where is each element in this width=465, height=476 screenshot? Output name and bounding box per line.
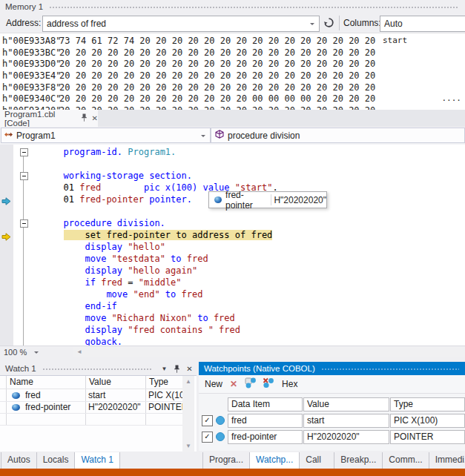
code-line[interactable]: goback. [26,336,122,346]
close-icon[interactable]: ✕ [92,114,98,122]
memory-hex-dump[interactable]: h"00E933A8"73 74 61 72 74 20 20 20 20 20… [0,33,465,110]
tab-breakp[interactable]: Breakp... [334,452,383,469]
members-dropdown[interactable]: procedure division [211,128,465,143]
code-line[interactable]: procedure division. [26,217,165,229]
watchpoint-name[interactable]: fred [228,414,303,428]
watchpoint-name[interactable]: fred-pointer [228,430,303,444]
datatip-popup[interactable]: fred-pointer H"20202020" [208,191,327,208]
memory-title-bar[interactable]: Memory 1 [0,0,465,13]
watchpoint-checkbox[interactable]: ✓ [202,415,213,426]
scroll-left-icon[interactable]: ◄ [76,348,82,355]
pin-icon[interactable] [171,363,182,374]
watch-table-header[interactable]: Name Value Type [0,376,182,389]
close-icon[interactable]: ✕ [184,363,195,374]
tab-comm[interactable]: Comm... [383,452,429,469]
tab-progra[interactable]: Progra... [202,452,250,469]
current-statement-arrow[interactable] [1,231,11,244]
watch-row[interactable]: fredstartPIC X(100) [0,389,182,402]
editor-zoom-bar: 100 % ◄ [0,346,465,358]
column-header-type[interactable]: Type [149,377,168,387]
document-tab[interactable]: Program1.cbl [Code] ✕ [0,110,98,127]
debug-status-bar [0,469,465,476]
disable-all-watchpoints-icon[interactable] [263,377,274,391]
watch-name: fred-pointer [25,402,83,412]
refresh-icon[interactable] [323,17,334,30]
memory-row[interactable]: h"00E9340C"20 20 20 20 20 20 20 20 20 20… [0,93,465,105]
hex-toggle-button[interactable]: Hex [282,379,297,389]
code-line[interactable]: move "testdata" to fred [26,253,208,265]
zoom-level-dropdown[interactable]: 100 % [4,348,27,357]
watch-type: PIC X(100) [148,390,182,400]
datatip-value: H"20202020" [274,195,326,205]
watchpoint-type[interactable]: PIC X(100) [390,414,465,428]
code-line[interactable]: end-if [26,300,117,312]
column-header-name[interactable]: Name [10,377,33,387]
watch-title-bar[interactable]: Watch 1 ▼ ✕ [0,362,197,375]
address-combobox[interactable]: address of fred [42,16,320,32]
memory-hex-bytes: 73 74 61 72 74 20 20 20 20 20 20 20 20 2… [59,36,375,46]
watchpoint-checkbox[interactable]: ✓ [202,432,213,443]
column-header-value[interactable]: Value [89,377,111,387]
new-watchpoint-button[interactable]: New [205,379,222,389]
watchpoints-title-bar[interactable]: Watchpoints (Native COBOL) [199,362,465,375]
code-line[interactable]: set fred-pointer to address of fred [26,229,272,241]
code-line[interactable]: if fred = "middle" [26,277,182,288]
memory-row[interactable]: h"00E933F8"20 20 20 20 20 20 20 20 20 20… [0,82,465,93]
column-header-type[interactable]: Type [390,397,465,411]
watch-scrollbar[interactable]: ▲ ▼ [182,376,194,452]
memory-row[interactable]: h"00E933A8"73 74 61 72 74 20 20 20 20 20… [0,35,465,47]
scroll-down-icon[interactable]: ▼ [185,443,191,449]
code-line[interactable]: display "hello" [26,241,165,253]
code-line[interactable]: move "Richard Nixon" to fred [26,312,235,324]
datatip-divider [271,194,271,205]
window-menu-icon[interactable]: ▼ [159,363,170,374]
memory-row[interactable]: h"00E933E4"20 20 20 20 20 20 20 20 20 20… [0,70,465,82]
tab-locals[interactable]: Locals [37,452,76,469]
memory-row[interactable]: h"00E933BC"20 20 20 20 20 20 20 20 20 20… [0,47,465,59]
delete-watchpoint-icon[interactable]: ✕ [230,379,237,389]
tab-autos[interactable]: Autos [1,452,37,469]
memory-address: h"00E933E4" [2,70,61,81]
pin-icon[interactable] [81,113,88,123]
code-line[interactable]: program-id. Program1. [26,146,176,158]
code-line[interactable]: 01 fred-pointer pointer. [26,194,192,205]
memory-hex-bytes: 20 20 20 20 20 20 20 20 20 20 20 20 20 2… [59,82,375,93]
chevron-down-icon[interactable] [310,23,314,27]
memory-address: h"00E933D0" [2,59,61,69]
editor-glyph-margin[interactable] [0,145,13,346]
columns-combobox[interactable]: Auto [380,16,465,32]
watchpoint-value[interactable]: start [303,414,389,428]
code-line[interactable]: display "fred contains " fred [26,324,240,336]
watchpoints-toolbar: New ✕ Hex [199,375,465,394]
tab-watch1[interactable]: Watch 1 [75,452,120,469]
tab-immedi[interactable]: Immedi... [429,452,465,469]
column-header-data-item[interactable]: Data Item [228,397,303,411]
horizontal-scrollbar[interactable]: ◄ [73,347,465,357]
chevron-down-icon[interactable] [201,135,205,139]
watchpoint-enabled-dot[interactable] [216,416,225,425]
code-editor[interactable]: program-id. Program1. working-storage se… [0,145,465,346]
code-line[interactable]: move "end" to fred [26,288,202,300]
column-header-value[interactable]: Value [303,397,389,411]
scroll-up-icon[interactable]: ▲ [185,378,191,385]
memory-row[interactable]: h"00E933D0"20 20 20 20 20 20 20 20 20 20… [0,58,465,70]
chevron-down-icon[interactable] [34,351,39,356]
watchpoint-value[interactable]: H"20202020" [303,430,389,444]
toolbar-separator [339,16,340,30]
watch-row[interactable]: fred-pointerH"20202020"POINTER [0,401,182,414]
enable-all-watchpoints-icon[interactable] [245,377,257,391]
watch-empty-row[interactable] [0,413,182,426]
watch-table[interactable]: Name Value Type fredstartPIC X(100)fred-… [0,375,197,452]
watchpoint-enabled-dot[interactable] [216,432,225,441]
code-line[interactable]: working-storage section. [26,170,192,182]
watchpoint-type[interactable]: POINTER [390,430,465,444]
watch-value: H"20202020" [88,402,143,412]
code-line[interactable]: display "hello again" [26,265,197,277]
types-dropdown[interactable]: Program1 [1,128,211,143]
moved-statement-arrow[interactable] [1,195,11,208]
tab-callstack[interactable]: Call Stack [300,452,334,469]
memory-hex-bytes: 20 20 20 20 20 20 20 20 20 20 20 20 20 2… [59,47,375,58]
address-label: Address: [6,18,41,28]
watch-value: start [88,390,143,400]
tab-watchp[interactable]: Watchp... [250,452,300,469]
